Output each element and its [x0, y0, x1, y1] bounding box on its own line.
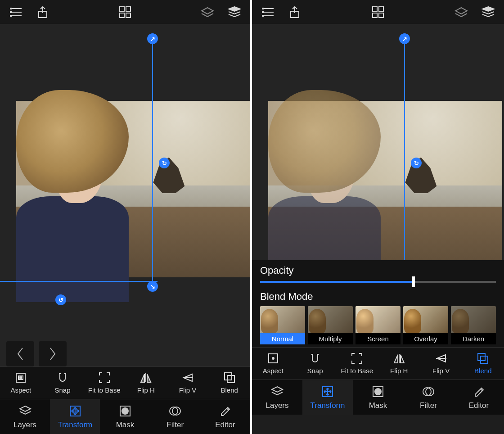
image-layer-top[interactable]	[268, 101, 502, 260]
rotate-handle-icon[interactable]: ↻	[411, 158, 422, 168]
svg-rect-37	[481, 356, 488, 363]
aspect-button[interactable]: Aspect	[252, 348, 294, 380]
screen-blend: ↗ ↻ Opacity Blend Mode Normal Multiply S…	[252, 0, 504, 434]
layer-stack-icon[interactable]	[228, 5, 241, 19]
blend-mode-normal[interactable]: Normal	[260, 306, 305, 344]
grid-icon[interactable]	[118, 5, 132, 19]
flip-v-button[interactable]: Flip V	[167, 367, 209, 399]
canvas-area[interactable]: ↗ ↻ ↘ ↺	[0, 24, 250, 366]
blend-mode-screen[interactable]: Screen	[356, 306, 400, 344]
layer-single-icon[interactable]	[454, 5, 468, 19]
svg-rect-7	[120, 7, 124, 11]
list-icon[interactable]	[9, 5, 22, 19]
blend-mode-multiply[interactable]: Multiply	[308, 306, 353, 344]
undo-handle-icon[interactable]: ↺	[55, 294, 66, 305]
bottom-tabbar: Layers Transform Mask Filter Editor	[252, 380, 504, 415]
svg-rect-8	[126, 7, 130, 11]
svg-rect-30	[379, 7, 383, 11]
blend-mode-overlay[interactable]: Overlay	[403, 306, 448, 344]
opacity-thumb[interactable]	[412, 276, 415, 287]
opacity-label: Opacity	[260, 265, 496, 276]
blend-mode-darken[interactable]: Darken	[451, 306, 496, 344]
fit-to-base-button[interactable]: Fit to Base	[336, 348, 378, 380]
blend-controls: Opacity Blend Mode Normal Multiply Scree…	[252, 260, 504, 347]
top-toolbar	[0, 0, 250, 24]
tab-mask[interactable]: Mask	[353, 380, 403, 415]
svg-point-34	[272, 357, 274, 359]
svg-point-19	[122, 408, 128, 414]
top-toolbar	[252, 0, 504, 24]
blend-mode-label: Blend Mode	[260, 291, 496, 303]
grid-icon[interactable]	[371, 5, 385, 19]
tab-mask[interactable]: Mask	[100, 399, 150, 434]
screen-transform: ↗ ↻ ↘ ↺ Aspect Snap Fit to Base Flip H F…	[0, 0, 252, 434]
aspect-button[interactable]: Aspect	[0, 367, 42, 399]
transform-guide-vertical[interactable]	[404, 38, 405, 260]
opacity-slider[interactable]	[260, 281, 496, 283]
flip-h-button[interactable]: Flip H	[125, 367, 167, 399]
svg-rect-29	[373, 7, 377, 11]
list-icon[interactable]	[261, 5, 274, 19]
svg-point-13	[20, 377, 22, 379]
transform-guide-horizontal[interactable]	[0, 281, 158, 282]
tab-editor[interactable]: Editor	[200, 399, 250, 434]
rotate-handle-icon[interactable]: ↻	[159, 158, 170, 168]
svg-rect-9	[120, 13, 124, 18]
svg-rect-31	[373, 13, 377, 18]
tab-layers[interactable]: Layers	[252, 380, 302, 415]
tab-filter[interactable]: Filter	[403, 380, 454, 415]
scale-handle-icon[interactable]: ↗	[147, 33, 158, 44]
layer-stack-icon[interactable]	[482, 5, 495, 19]
canvas-area[interactable]: ↗ ↻	[252, 24, 504, 260]
svg-point-40	[375, 389, 381, 395]
tab-layers[interactable]: Layers	[0, 399, 50, 434]
tab-filter[interactable]: Filter	[150, 399, 200, 434]
share-icon[interactable]	[288, 5, 302, 19]
redo-button[interactable]	[39, 341, 67, 366]
history-controls	[6, 341, 67, 366]
svg-rect-10	[126, 13, 130, 18]
share-icon[interactable]	[36, 5, 50, 19]
blend-button[interactable]: Blend	[208, 367, 250, 399]
scale-handle-icon[interactable]: ↗	[399, 33, 410, 44]
svg-rect-16	[227, 375, 234, 383]
layer-single-icon[interactable]	[201, 5, 214, 19]
flip-v-button[interactable]: Flip V	[420, 348, 462, 380]
svg-rect-36	[478, 353, 485, 361]
transform-toolbar: Aspect Snap Fit to Base Flip H Flip V Bl…	[252, 347, 504, 380]
transform-guide-vertical[interactable]	[152, 38, 153, 287]
svg-rect-32	[379, 13, 383, 18]
tab-transform[interactable]: Transform	[302, 380, 353, 415]
flip-h-button[interactable]: Flip H	[378, 348, 420, 380]
fit-to-base-button[interactable]: Fit to Base	[83, 367, 125, 399]
transform-toolbar: Aspect Snap Fit to Base Flip H Flip V Bl…	[0, 366, 250, 399]
blend-mode-list: Normal Multiply Screen Overlay Darken	[260, 306, 496, 344]
image-layer[interactable]	[16, 101, 250, 277]
blend-button[interactable]: Blend	[462, 348, 504, 380]
snap-button[interactable]: Snap	[42, 367, 84, 399]
scale-handle-bottom-icon[interactable]: ↘	[147, 281, 158, 292]
svg-rect-15	[225, 373, 232, 380]
snap-button[interactable]: Snap	[294, 348, 336, 380]
bottom-tabbar: Layers Transform Mask Filter Editor	[0, 399, 250, 434]
tab-transform[interactable]: Transform	[50, 399, 100, 434]
tab-editor[interactable]: Editor	[454, 380, 504, 415]
undo-button[interactable]	[6, 341, 34, 366]
